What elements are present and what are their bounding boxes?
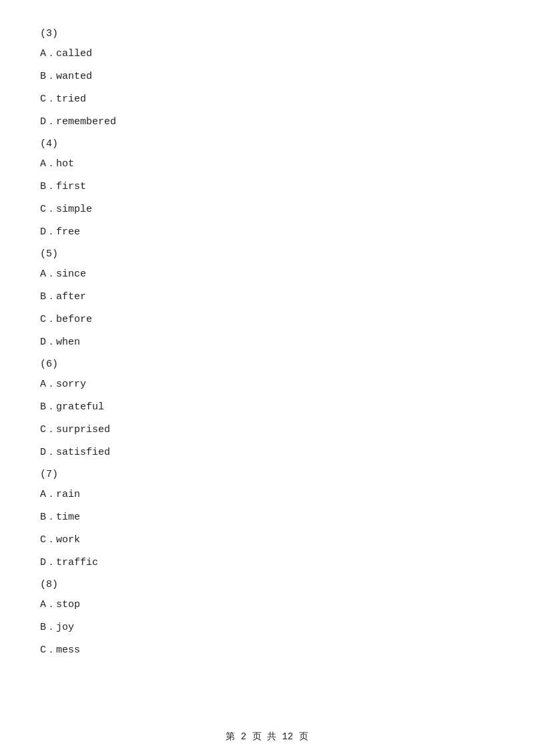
option-8B[interactable]: B．joy [40, 620, 494, 636]
option-5D[interactable]: D．when [40, 335, 494, 351]
option-5B[interactable]: B．after [40, 289, 494, 305]
option-4A[interactable]: A．hot [40, 156, 494, 172]
page-footer: 第 2 页 共 12 页 [0, 731, 534, 743]
option-3B[interactable]: B．wanted [40, 69, 494, 85]
option-5A[interactable]: A．since [40, 266, 494, 282]
option-7D[interactable]: D．traffic [40, 555, 494, 571]
option-6B[interactable]: B．grateful [40, 399, 494, 415]
option-4C[interactable]: C．simple [40, 202, 494, 218]
section-number-section4: (4) [40, 138, 494, 150]
option-3C[interactable]: C．tried [40, 91, 494, 108]
section-number-section6: (6) [40, 359, 494, 370]
option-4D[interactable]: D．free [40, 224, 494, 240]
footer-text: 第 2 页 共 12 页 [226, 731, 308, 742]
option-6D[interactable]: D．satisfied [40, 445, 494, 461]
option-6C[interactable]: C．surprised [40, 422, 494, 438]
option-7B[interactable]: B．time [40, 510, 494, 526]
section-number-section7: (7) [40, 469, 494, 480]
option-3A[interactable]: A．called [40, 46, 494, 62]
option-5C[interactable]: C．before [40, 312, 494, 328]
main-content: (3)A．calledB．wantedC．triedD．remembered(4… [0, 0, 534, 705]
option-7A[interactable]: A．rain [40, 487, 494, 503]
section-number-section5: (5) [40, 248, 494, 260]
section-number-section3: (3) [40, 28, 494, 39]
option-6A[interactable]: A．sorry [40, 377, 494, 393]
option-4B[interactable]: B．first [40, 179, 494, 195]
option-8A[interactable]: A．stop [40, 597, 494, 613]
option-3D[interactable]: D．remembered [40, 114, 494, 130]
option-7C[interactable]: C．work [40, 532, 494, 548]
option-8C[interactable]: C．mess [40, 642, 494, 658]
section-number-section8: (8) [40, 579, 494, 590]
